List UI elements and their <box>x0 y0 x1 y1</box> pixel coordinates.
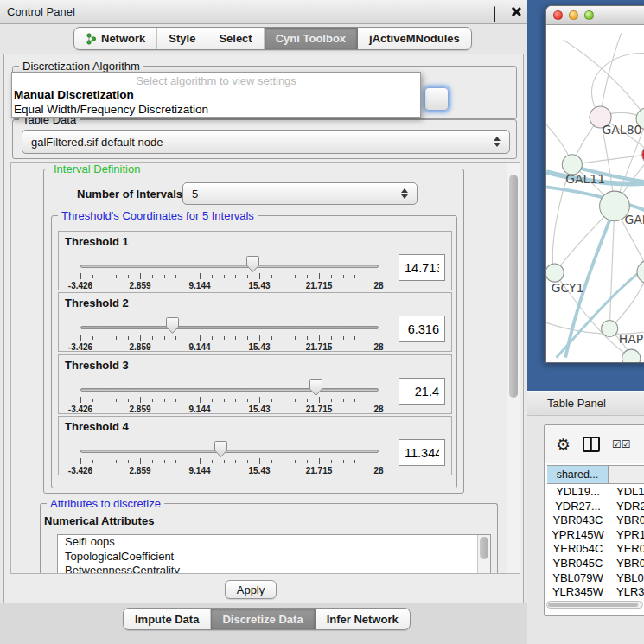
table-header-row: shared... na <box>547 465 644 484</box>
list-scrollbar[interactable] <box>477 535 490 574</box>
table-row[interactable]: YBR043C YBR0 <box>547 513 644 528</box>
tab-network[interactable]: Network <box>74 28 157 49</box>
table-row[interactable]: YDL19... YDL1 <box>547 485 644 500</box>
network-node[interactable] <box>602 320 618 336</box>
slider-track[interactable] <box>80 265 379 268</box>
tab-label: Impute Data <box>135 613 199 626</box>
node-label: GAL11 <box>565 172 605 186</box>
minimize-traffic-light-icon[interactable] <box>569 10 578 20</box>
float-window-icon[interactable] <box>494 7 503 16</box>
num-intervals-combobox[interactable]: 5 <box>182 182 418 205</box>
tick-label: 9.144 <box>188 466 210 475</box>
tick-label: -3.426 <box>68 405 92 414</box>
network-edge[interactable] <box>609 206 615 328</box>
slider-handle[interactable] <box>165 316 180 335</box>
network-edge[interactable] <box>601 33 622 117</box>
cell-shared-name: YLR345W <box>547 585 609 600</box>
slider-track[interactable] <box>80 326 379 329</box>
tab-select[interactable]: Select <box>207 28 264 49</box>
threshold-value-field[interactable] <box>399 254 445 281</box>
slider-handle[interactable] <box>214 440 228 458</box>
network-view-window[interactable]: GAL80GACGAL11GAL4GCY1HHAP2 <box>545 5 644 363</box>
tick-label: 2.859 <box>129 342 150 352</box>
table-rows[interactable]: YDL19... YDL1 YDR27... YDR2 YBR043C YBR0… <box>547 485 644 601</box>
split-columns-icon[interactable] <box>583 437 600 452</box>
network-node[interactable] <box>637 260 644 284</box>
list-item[interactable]: SelfLoops <box>58 535 490 550</box>
node-label: GAL4 <box>625 213 644 226</box>
threshold-value-field[interactable] <box>399 316 445 342</box>
panel-scrollbar[interactable] <box>507 163 520 573</box>
threshold-value-field[interactable] <box>399 439 445 466</box>
slider-handle[interactable] <box>309 379 323 397</box>
interval-definition-group: Interval Definition Number of Intervals … <box>43 169 464 494</box>
threshold-label: Threshold 4 <box>65 420 129 433</box>
table-horizontal-scrollbar[interactable] <box>546 601 643 609</box>
popup-option-equal-width[interactable]: Equal Width/Frequency Discretization <box>14 103 208 116</box>
numerical-attributes-list[interactable]: SelfLoops TopologicalCoefficient Between… <box>57 534 491 574</box>
tab-label: Network <box>101 32 145 45</box>
table-row[interactable]: YPR145W YPR1 <box>547 528 644 543</box>
cell-name: YBL0 <box>609 571 644 586</box>
slider-track[interactable] <box>80 450 379 453</box>
table-row[interactable]: YBR045C YBR0 <box>547 557 644 571</box>
slider-track[interactable] <box>80 388 379 392</box>
column-header-name[interactable]: na <box>609 466 644 483</box>
table-row[interactable]: YBL079W YBL0 <box>547 571 644 586</box>
tab-discretize-data[interactable]: Discretize Data <box>211 609 315 629</box>
table-row[interactable]: YLR345W YLR3 <box>547 585 644 600</box>
cell-shared-name: YDR27... <box>547 500 609 514</box>
threshold-slider[interactable]: -3.4262.8599.14415.4321.71528 <box>80 439 379 475</box>
network-graph-canvas[interactable]: GAL80GACGAL11GAL4GCY1HHAP2 <box>546 25 644 363</box>
tick-label: 28 <box>373 342 383 352</box>
table-row[interactable]: YDR27... YDR2 <box>547 500 644 514</box>
tick-label: -3.426 <box>68 281 92 290</box>
table-row[interactable]: YER054C YER0 <box>547 542 644 557</box>
threshold-slider[interactable]: -3.4262.8599.14415.4321.71528 <box>80 316 379 352</box>
threshold-value-field[interactable] <box>399 378 445 405</box>
zoom-traffic-light-icon[interactable] <box>584 10 594 20</box>
popup-option-manual[interactable]: Manual Discretization <box>14 88 134 101</box>
tab-jactivemnodules[interactable]: jActiveMNodules <box>358 28 471 49</box>
threshold-2-panel: Threshold 2 -3.4262.8599.14415.4321.7152… <box>58 292 452 352</box>
tab-label: jActiveMNodules <box>369 32 460 45</box>
network-node[interactable] <box>622 349 641 363</box>
group-title: Interval Definition <box>50 163 143 175</box>
close-icon[interactable] <box>511 7 520 16</box>
tab-style[interactable]: Style <box>157 28 207 49</box>
settings-scroll-area: Interval Definition Number of Intervals … <box>10 162 520 574</box>
stepper-icon <box>400 188 408 200</box>
num-intervals-label: Number of Intervals <box>77 188 182 201</box>
bottom-strip: Impute Data Discretize Data Infer Networ… <box>0 603 527 644</box>
tab-cyni-toolbox[interactable]: Cyni Toolbox <box>265 28 358 49</box>
threshold-4-panel: Threshold 4 -3.4262.8599.14415.4321.7152… <box>58 416 452 475</box>
threshold-slider[interactable]: -3.4262.8599.14415.4321.71528 <box>80 254 379 290</box>
threshold-slider[interactable]: -3.4262.8599.14415.4321.71528 <box>80 378 379 414</box>
table-panel-title: Table Panel <box>547 397 606 410</box>
threshold-label: Threshold 3 <box>65 359 129 372</box>
tab-infer-network[interactable]: Infer Network <box>316 609 410 629</box>
network-node[interactable] <box>546 264 564 282</box>
apply-button[interactable]: Apply <box>225 580 277 599</box>
slider-handle[interactable] <box>245 255 260 273</box>
algorithm-combobox-button[interactable] <box>424 87 449 111</box>
gear-icon[interactable]: ⚙ <box>556 437 571 453</box>
tick-label: -3.426 <box>68 342 92 352</box>
tab-impute-data[interactable]: Impute Data <box>124 609 211 629</box>
network-edge[interactable] <box>609 272 644 328</box>
table-data-combobox[interactable]: galFiltered.sif default node <box>22 130 510 154</box>
desktop-background: GAL80GACGAL11GAL4GCY1HHAP2 <box>527 0 644 391</box>
close-traffic-light-icon[interactable] <box>553 10 563 20</box>
list-item[interactable]: BetweennessCentrality <box>58 564 490 574</box>
cell-shared-name: YER054C <box>547 542 609 557</box>
scrollbar-thumb[interactable] <box>509 175 518 398</box>
list-item[interactable]: TopologicalCoefficient <box>58 550 490 564</box>
tick-label: 28 <box>373 405 383 414</box>
top-tab-bar: Network Style Select Cyni Toolbox jActiv… <box>0 24 527 54</box>
select-columns-icon[interactable]: ☑☑ <box>612 438 631 450</box>
scrollbar-thumb[interactable] <box>548 603 638 607</box>
node-table: ⚙ ☑☑ shared... na YDL19... YDL1 YDR27...… <box>544 424 644 616</box>
cyni-toolbox-panel: Discretization Algorithm Select algorith… <box>3 54 524 603</box>
column-header-shared-name[interactable]: shared... <box>547 466 609 483</box>
algorithm-dropdown-popup: Select algorithm to view settings Manual… <box>11 72 421 118</box>
